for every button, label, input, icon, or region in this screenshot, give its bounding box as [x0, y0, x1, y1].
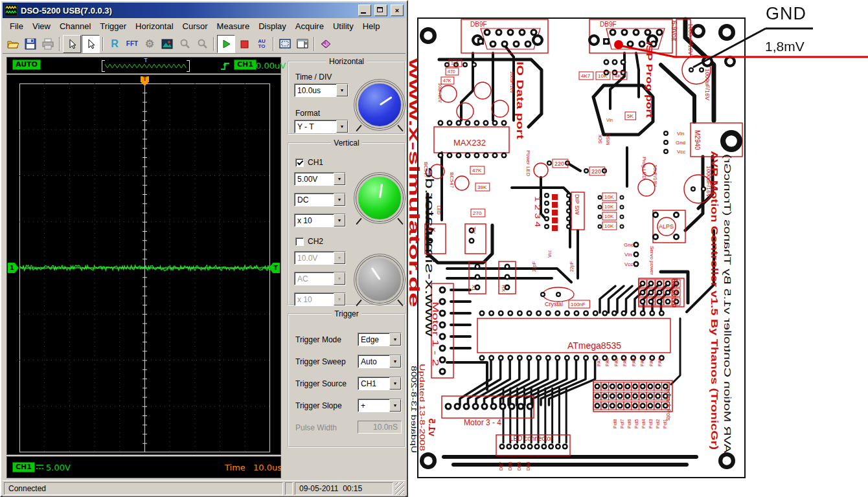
- menu-acquire[interactable]: Acquire: [291, 20, 328, 32]
- pcb-label: 1 2 3 4: [534, 196, 541, 228]
- fft-button[interactable]: FFT: [124, 36, 141, 52]
- dropdown-arrow-icon[interactable]: ▼: [334, 214, 345, 226]
- pcb-label: RX: [428, 226, 436, 233]
- help-book-icon: [319, 38, 332, 50]
- toolbar-separator: [102, 37, 104, 51]
- refresh-button[interactable]: R: [106, 36, 123, 52]
- zoom-in-button[interactable]: [176, 36, 193, 52]
- trigger-level-marker[interactable]: T: [269, 263, 280, 273]
- stop-button[interactable]: [236, 36, 253, 52]
- title-bar[interactable]: DSO-5200 USB(7.0.0.3) ×: [3, 3, 405, 18]
- settings-button[interactable]: ⚙: [141, 36, 158, 52]
- pcb-label: ALPS: [659, 223, 674, 230]
- open-button[interactable]: [5, 36, 21, 52]
- menu-utility[interactable]: Utility: [328, 20, 358, 32]
- ch2-knob[interactable]: [356, 256, 403, 303]
- dropdown-arrow-icon[interactable]: ▼: [389, 399, 401, 412]
- print-button[interactable]: [40, 36, 56, 52]
- time-div-select[interactable]: 10.0us ▼: [294, 83, 348, 97]
- pcb-label: SCK: [598, 134, 602, 144]
- pcb-label: Vin: [624, 252, 632, 258]
- dc-coupling-icon: [36, 463, 44, 470]
- ch2-volts-select: 10.0V ▼: [294, 251, 346, 265]
- zoom-out-button[interactable]: [194, 36, 211, 52]
- menu-cursor[interactable]: Cursor: [178, 20, 212, 32]
- maximize-button[interactable]: [374, 5, 387, 16]
- format-select[interactable]: Y - T ▼: [294, 120, 348, 133]
- ch2-probe-selected: x 10: [295, 293, 334, 305]
- dropdown-arrow-icon[interactable]: ▼: [334, 173, 345, 185]
- pcb-label: 100uF/16V: [510, 71, 514, 94]
- ch1-volts-select[interactable]: 5.00V ▼: [294, 172, 346, 186]
- pcb-label: DB9F: [470, 21, 487, 28]
- play-icon: [220, 38, 232, 50]
- dropdown-arrow-icon[interactable]: ▼: [389, 355, 401, 368]
- ch2-coupling-selected: AC: [295, 272, 334, 285]
- cursor-track-button[interactable]: [82, 35, 100, 53]
- trigger-sweep-select[interactable]: Auto ▼: [358, 355, 402, 368]
- menu-horizontal[interactable]: Horizontal: [131, 20, 178, 32]
- trigger-source-select[interactable]: CH1 ▼: [358, 377, 402, 390]
- waveform-preview[interactable]: T: [102, 60, 190, 71]
- pcb-label: PA4: [622, 358, 627, 366]
- time-div-label: Time / DIV: [295, 72, 332, 82]
- menu-trigger[interactable]: Trigger: [95, 20, 131, 32]
- menu-file[interactable]: File: [5, 20, 28, 32]
- pcb-label: 470: [448, 69, 455, 74]
- snapshot-button[interactable]: [159, 36, 176, 52]
- horizontal-legend: Horizontal: [326, 57, 367, 66]
- minimize-icon: [361, 12, 366, 14]
- ch2-checkbox[interactable]: [295, 237, 304, 246]
- pcb-label: DB7: [499, 461, 503, 470]
- knob-indicator: [379, 96, 392, 105]
- save-button[interactable]: [22, 36, 39, 52]
- trigger-mode-select[interactable]: Edge ▼: [358, 333, 402, 346]
- ch1-position-marker[interactable]: 1: [8, 263, 19, 273]
- resize-grip[interactable]: [395, 482, 404, 495]
- close-button[interactable]: ×: [391, 5, 404, 16]
- help-button[interactable]: [317, 36, 334, 52]
- ch1-probe-select[interactable]: x 10 ▼: [294, 214, 346, 227]
- cursor-select-button[interactable]: [63, 35, 81, 53]
- menu-display[interactable]: Display: [254, 20, 291, 32]
- menu-help[interactable]: Help: [358, 20, 385, 32]
- ch1-checkbox[interactable]: [295, 159, 304, 167]
- pcb-label: DB4: [526, 461, 531, 470]
- horizontal-knob[interactable]: [356, 82, 403, 128]
- dropdown-arrow-icon[interactable]: ▼: [389, 377, 401, 390]
- pcb-label: X1: [471, 285, 477, 291]
- dropdown-arrow-icon[interactable]: ▼: [334, 193, 345, 206]
- pcb-label: Gnd: [676, 140, 685, 146]
- pulse-width-label: Pulse Width: [295, 423, 337, 432]
- trigger-slope-select[interactable]: + ▼: [358, 399, 402, 412]
- dropdown-arrow-icon[interactable]: ▼: [389, 333, 401, 346]
- zoom-in-icon: [179, 38, 190, 50]
- dropdown-arrow-icon[interactable]: ▼: [336, 84, 348, 96]
- panel-layout-button[interactable]: [294, 36, 311, 52]
- menu-view[interactable]: View: [28, 20, 55, 32]
- start-button[interactable]: [217, 35, 235, 53]
- fullscreen-button[interactable]: [277, 36, 293, 52]
- menu-channel[interactable]: Channel: [55, 20, 95, 32]
- ch1-coupling-select[interactable]: DC ▼: [294, 193, 346, 206]
- ch1-checkbox-row[interactable]: CH1: [295, 158, 323, 167]
- vertical-legend: Vertical: [331, 138, 361, 148]
- menu-measure[interactable]: Measure: [212, 20, 255, 32]
- panel-window-icon: [296, 38, 309, 50]
- trigger-edge-icon: [220, 60, 231, 71]
- ch1-volts-selected: 5.00V: [295, 173, 334, 185]
- pcb-label: Prog LED: [641, 157, 647, 179]
- autoset-line2: TO: [258, 43, 266, 49]
- pcb-label: Vcc: [624, 261, 633, 267]
- ch1-knob[interactable]: [356, 175, 403, 221]
- minimize-button[interactable]: [358, 5, 371, 16]
- trigger-level-value: 0.00uV: [256, 61, 286, 71]
- dropdown-arrow-icon[interactable]: ▼: [336, 120, 348, 133]
- gear-icon: ⚙: [145, 39, 154, 49]
- pcb-label: ATmega8535: [567, 340, 621, 351]
- trigger-legend: Trigger: [332, 309, 361, 318]
- ch2-checkbox-row[interactable]: CH2: [295, 237, 323, 246]
- autoset-button[interactable]: AU TO: [253, 36, 270, 52]
- pcb-label: PA7: [597, 358, 601, 366]
- pcb-label: www.x-simulator.de: [408, 57, 422, 307]
